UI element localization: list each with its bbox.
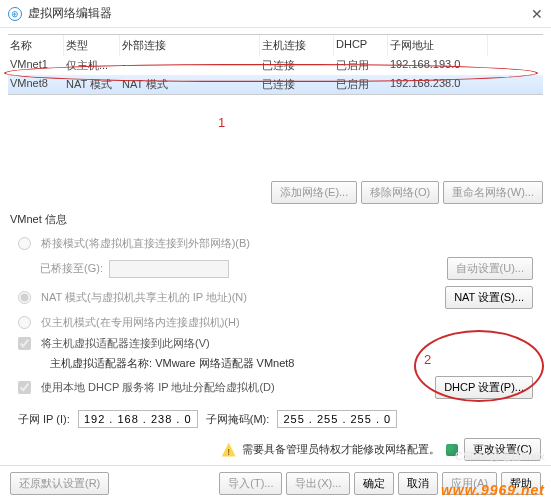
nat-settings-button[interactable]: NAT 设置(S)... — [445, 286, 533, 309]
ok-button[interactable]: 确定 — [354, 472, 394, 495]
col-type: 类型 — [64, 35, 120, 56]
subnet-ip-label: 子网 IP (I): — [18, 412, 70, 427]
opt-nat-row: NAT 模式(与虚拟机共享主机的 IP 地址)(N) NAT 设置(S)... — [18, 283, 533, 312]
import-button[interactable]: 导入(T)... — [219, 472, 282, 495]
cell-name: VMnet8 — [8, 75, 64, 94]
col-name: 名称 — [8, 35, 64, 56]
cell-type: 仅主机... — [64, 56, 120, 75]
watermark-csdn: CSDN @老吕linux — [455, 449, 545, 464]
use-dhcp-label: 使用本地 DHCP 服务将 IP 地址分配给虚拟机(D) — [41, 380, 429, 395]
warning-text: 需要具备管理员特权才能修改网络配置。 — [242, 442, 440, 457]
cell-ext: - — [120, 56, 260, 75]
close-icon[interactable]: ✕ — [531, 6, 543, 22]
bridge-target-row: 已桥接至(G): 自动设置(U)... — [18, 254, 533, 283]
hostonly-label: 仅主机模式(在专用网络内连接虚拟机)(H) — [41, 315, 533, 330]
nat-label: NAT 模式(与虚拟机共享主机的 IP 地址)(N) — [41, 290, 439, 305]
nat-radio[interactable] — [18, 291, 31, 304]
bridge-label: 桥接模式(将虚拟机直接连接到外部网络)(B) — [41, 236, 533, 251]
hostonly-radio[interactable] — [18, 316, 31, 329]
subnet-mask-label: 子网掩码(M): — [206, 412, 270, 427]
cell-name: VMnet1 — [8, 56, 64, 75]
remove-network-button[interactable]: 移除网络(O) — [361, 181, 439, 204]
add-network-button[interactable]: 添加网络(E)... — [271, 181, 357, 204]
globe-icon: ⊕ — [8, 7, 22, 21]
annotation-label-2: 2 — [424, 352, 431, 367]
window-title: 虚拟网络编辑器 — [28, 5, 112, 22]
titlebar: ⊕ 虚拟网络编辑器 ✕ — [0, 0, 551, 28]
host-adapter-name: VMware 网络适配器 VMnet8 — [155, 357, 294, 369]
cell-host: 已连接 — [260, 56, 334, 75]
col-ext: 外部连接 — [120, 35, 260, 56]
opt-hostonly-row: 仅主机模式(在专用网络内连接虚拟机)(H) — [18, 312, 533, 333]
col-subnet: 子网地址 — [388, 35, 488, 56]
host-adapter-label: 主机虚拟适配器名称: — [50, 357, 152, 369]
network-actions: 添加网络(E)... 移除网络(O) 重命名网络(W)... — [0, 175, 551, 208]
cell-subnet: 192.168.238.0 — [388, 75, 488, 94]
cell-type: NAT 模式 — [64, 75, 120, 94]
col-dhcp: DHCP — [334, 35, 388, 56]
bridge-target-select[interactable] — [109, 260, 229, 278]
cell-dhcp: 已启用 — [334, 56, 388, 75]
bridge-to-label: 已桥接至(G): — [40, 261, 103, 276]
host-adapter-line: 主机虚拟适配器名称: VMware 网络适配器 VMnet8 — [18, 354, 533, 373]
cancel-button[interactable]: 取消 — [398, 472, 438, 495]
connect-host-label: 将主机虚拟适配器连接到此网络(V) — [41, 336, 533, 351]
vmnet-table: 名称 类型 外部连接 主机连接 DHCP 子网地址 VMnet1 仅主机... … — [8, 34, 543, 95]
cell-host: 已连接 — [260, 75, 334, 94]
dhcp-settings-button[interactable]: DHCP 设置(P)... — [435, 376, 533, 399]
auto-settings-button[interactable]: 自动设置(U)... — [447, 257, 533, 280]
col-host: 主机连接 — [260, 35, 334, 56]
table-row[interactable]: VMnet1 仅主机... - 已连接 已启用 192.168.193.0 — [8, 56, 543, 75]
use-dhcp-row: 使用本地 DHCP 服务将 IP 地址分配给虚拟机(D) DHCP 设置(P).… — [18, 373, 533, 402]
connect-host-checkbox[interactable] — [18, 337, 31, 350]
restore-defaults-button[interactable]: 还原默认设置(R) — [10, 472, 109, 495]
bridge-radio[interactable] — [18, 237, 31, 250]
cell-dhcp: 已启用 — [334, 75, 388, 94]
export-button[interactable]: 导出(X)... — [286, 472, 350, 495]
opt-bridge-row: 桥接模式(将虚拟机直接连接到外部网络)(B) — [18, 233, 533, 254]
table-header: 名称 类型 外部连接 主机连接 DHCP 子网地址 — [8, 35, 543, 56]
watermark-site: www.9969.net — [441, 482, 545, 498]
connect-host-row: 将主机虚拟适配器连接到此网络(V) — [18, 333, 533, 354]
subnet-mask-input[interactable] — [277, 410, 397, 428]
cell-ext: NAT 模式 — [120, 75, 260, 94]
subnet-ip-input[interactable] — [78, 410, 198, 428]
table-row[interactable]: VMnet8 NAT 模式 NAT 模式 已连接 已启用 192.168.238… — [8, 75, 543, 94]
use-dhcp-checkbox[interactable] — [18, 381, 31, 394]
cell-subnet: 192.168.193.0 — [388, 56, 488, 75]
vmnet-info-title: VMnet 信息 — [0, 208, 551, 231]
annotation-label-1: 1 — [218, 115, 225, 130]
subnet-row: 子网 IP (I): 子网掩码(M): — [0, 404, 551, 434]
rename-network-button[interactable]: 重命名网络(W)... — [443, 181, 543, 204]
warning-icon: ! — [222, 443, 236, 457]
vmnet-options: 桥接模式(将虚拟机直接连接到外部网络)(B) 已桥接至(G): 自动设置(U).… — [0, 231, 551, 404]
